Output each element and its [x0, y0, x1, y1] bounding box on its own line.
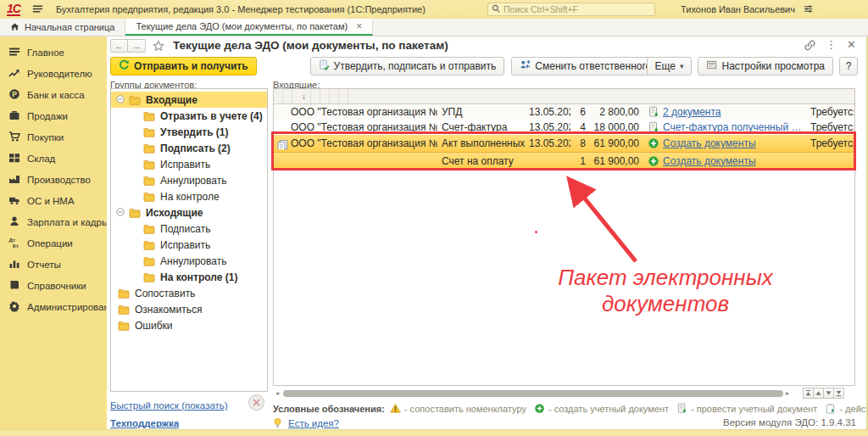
titlebar-icon[interactable]	[642, 3, 654, 15]
change-responsible-button[interactable]: Сменить ответственного	[511, 57, 659, 75]
sidebar-item-icon	[8, 109, 21, 122]
tab-edo-current[interactable]: Текущие дела ЭДО (мои документы, по паке…	[125, 19, 373, 36]
column-header[interactable]	[283, 89, 292, 103]
get-link-icon[interactable]	[804, 40, 815, 51]
main-menu-icon[interactable]	[32, 3, 44, 15]
sidebar-item-icon	[8, 258, 21, 271]
column-header[interactable]	[339, 89, 348, 103]
help-button[interactable]: ?	[839, 57, 858, 75]
sidebar-item[interactable]: Справочники	[0, 275, 107, 296]
table-header	[274, 89, 854, 104]
scroll-left-icon[interactable]: ◂	[273, 389, 281, 397]
sidebar-item[interactable]: Администрирование	[0, 296, 107, 317]
collapse-icon[interactable]	[116, 95, 125, 104]
sidebar-item[interactable]: ДтКт Операции	[0, 232, 107, 254]
tree-item[interactable]: Утвердить (1)	[111, 124, 267, 140]
collapse-icon[interactable]	[116, 208, 125, 217]
clear-search-icon[interactable]	[248, 394, 265, 411]
sidebar-item-label: ОС и НМА	[27, 196, 75, 206]
scroll-right-icon[interactable]: ▸	[783, 389, 792, 397]
tree-item[interactable]: Аннулировать	[111, 253, 267, 269]
titlebar-icon[interactable]	[661, 3, 673, 15]
idea-link[interactable]: Есть идея?	[288, 418, 339, 428]
more-button[interactable]: Еще▾	[647, 57, 693, 75]
service-menu-icon[interactable]	[803, 3, 815, 15]
tree-item[interactable]: Отразить в учете (4)	[111, 108, 267, 124]
sidebar-item-icon	[8, 173, 21, 186]
form-close-icon[interactable]: ✕	[847, 39, 856, 51]
tab-close-icon[interactable]: ×	[356, 20, 362, 32]
folder-icon	[143, 111, 155, 121]
table-row[interactable]: ООО "Тестовая организация №2"_Тест_ Счет…	[274, 120, 854, 135]
tree-item[interactable]: Исправить	[111, 237, 267, 253]
tree-item-label: Подписать (2)	[160, 143, 231, 154]
sidebar-item[interactable]: ОС и НМА	[0, 190, 107, 211]
lightbulb-icon	[272, 417, 283, 428]
tree-item[interactable]: Подписать	[111, 221, 267, 237]
table-row[interactable]: ООО "Тестовая организация №2"_Тест_ Акт …	[274, 135, 854, 152]
sidebar-item[interactable]: Зарплата и кадры	[0, 211, 107, 232]
sidebar-item-label: Отчеты	[27, 260, 61, 270]
favorite-star-icon[interactable]	[153, 40, 164, 52]
horizontal-scrollbar[interactable]: ◂ ▸	[273, 388, 855, 399]
legend-item: - действий не требуется	[825, 403, 868, 414]
tree-item[interactable]: Аннулировать	[111, 172, 267, 188]
tree-item[interactable]: Ошибки	[111, 317, 267, 333]
view-settings-button[interactable]: Настройки просмотра	[698, 57, 833, 75]
sidebar-item-label: Продажи	[27, 111, 68, 121]
approve-sign-send-button[interactable]: Утвердить, подписать и отправить	[310, 57, 505, 75]
current-user[interactable]: Тихонов Иван Васильевич	[681, 4, 795, 14]
sidebar-item[interactable]: Склад	[0, 148, 107, 169]
app-title: Бухгалтерия предприятия, редакция 3.0 - …	[56, 4, 426, 14]
search-icon	[492, 3, 504, 15]
table-row[interactable]: ООО "Тестовая организация №2"_Тест_ УПД …	[274, 104, 854, 120]
tree-item-label: Исходящие	[146, 207, 203, 219]
reflection-icon	[648, 155, 659, 167]
reflection-link[interactable]: 2 документа	[663, 106, 721, 118]
reflection-link[interactable]: Создать документы	[663, 137, 756, 149]
folder-icon	[143, 272, 155, 282]
sidebar-item[interactable]: Покупки	[0, 126, 107, 148]
forward-button[interactable]: →	[128, 39, 146, 53]
back-button[interactable]: ←	[110, 39, 128, 53]
package-icon	[276, 108, 289, 118]
column-header[interactable]	[311, 89, 320, 103]
sidebar-item-icon	[8, 152, 21, 165]
tree-item[interactable]: Подписать (2)	[111, 140, 267, 156]
titlebar-icon[interactable]	[622, 3, 634, 15]
tree-item[interactable]: На контроле	[111, 188, 267, 204]
column-header[interactable]	[274, 89, 283, 103]
kebab-menu-icon[interactable]: ⋮	[826, 39, 837, 51]
sidebar-item[interactable]: Р Банк и касса	[0, 84, 107, 105]
tree-item[interactable]: Исправить	[111, 156, 267, 172]
column-header[interactable]	[320, 89, 330, 103]
sidebar-item[interactable]: Главное	[0, 42, 107, 63]
folder-icon	[143, 143, 155, 154]
scrollbar-thumb[interactable]	[283, 390, 783, 397]
column-header[interactable]	[330, 89, 339, 103]
scroll-bottom-icon[interactable]	[833, 388, 844, 399]
reflection-link[interactable]: Счет-фактура полученный Т100-000001 ...	[663, 121, 802, 133]
support-link[interactable]: Техподдержка	[110, 418, 179, 428]
application-window: 1С Бухгалтерия предприятия, редакция 3.0…	[0, 0, 868, 436]
sidebar-item[interactable]: Производство	[0, 169, 107, 190]
quick-search-link[interactable]: Быстрый поиск (показать)	[110, 400, 228, 411]
tree-item[interactable]: Сопоставить	[111, 285, 267, 301]
sidebar-item-icon	[8, 215, 21, 228]
sidebar-item[interactable]: Руководителю	[0, 63, 107, 84]
tab-bar: Начальная страница Текущие дела ЭДО (мои…	[0, 19, 868, 36]
sidebar-item-icon	[8, 300, 21, 313]
sidebar-item[interactable]: Продажи	[0, 105, 107, 126]
tree-item[interactable]: На контроле (1)	[111, 269, 267, 285]
view-settings-icon	[706, 59, 717, 73]
reflection-link[interactable]: Создать документы	[663, 155, 756, 167]
table-row[interactable]: Счет на оплату 1 61 900,00 Создать докум…	[274, 152, 854, 169]
module-version: Версия модуля ЭДО: 1.9.4.31	[723, 417, 856, 428]
tree-item[interactable]: Ознакомиться	[111, 301, 267, 317]
column-header[interactable]	[292, 89, 311, 103]
tab-home[interactable]: Начальная страница	[0, 19, 125, 36]
sidebar-item[interactable]: Отчеты	[0, 254, 107, 275]
tree-item[interactable]: Исходящие	[111, 204, 267, 221]
send-receive-button[interactable]: Отправить и получить	[110, 57, 257, 75]
tree-item[interactable]: Входящие	[111, 92, 267, 108]
